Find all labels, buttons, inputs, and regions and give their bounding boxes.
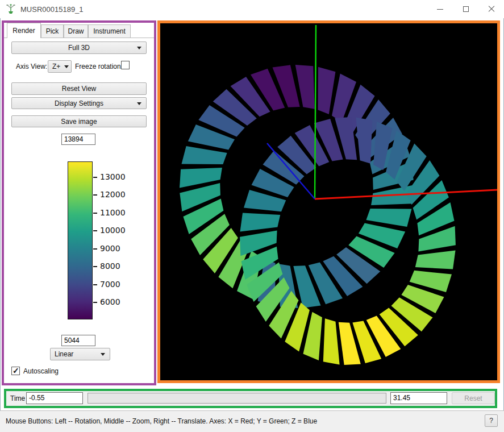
chevron-down-icon xyxy=(137,102,141,105)
display-settings-label: Display Settings xyxy=(55,99,103,107)
projection-select[interactable]: Full 3D xyxy=(11,41,147,54)
colorbar-tick-label: 9000 xyxy=(100,244,120,253)
colorbar-tick-label: 13000 xyxy=(100,172,126,181)
chevron-down-icon xyxy=(101,353,105,356)
window-title: MUSR00015189_1 xyxy=(20,5,84,14)
colorbar-tick-mark xyxy=(93,284,97,285)
autoscaling-checkbox[interactable] xyxy=(11,367,20,375)
colorbar-gradient[interactable] xyxy=(68,161,93,319)
scale-min-input[interactable]: 5044 xyxy=(61,335,95,346)
colorbar-tick-label: 7000 xyxy=(100,280,120,289)
scale-type-select[interactable]: Linear xyxy=(50,348,110,360)
close-button[interactable] xyxy=(478,0,504,18)
colorbar-tick-label: 6000 xyxy=(100,297,120,306)
save-image-label: Save image xyxy=(61,118,97,126)
reset-view-label: Reset View xyxy=(62,85,96,93)
time-max-input[interactable]: 31.45 xyxy=(390,392,447,404)
tab-render-label: Render xyxy=(13,27,35,35)
back-detector-ring-segment[interactable] xyxy=(366,209,411,227)
close-icon xyxy=(488,6,495,13)
front-detector-ring-segment[interactable] xyxy=(323,318,340,364)
axis-view-select[interactable]: Z+ xyxy=(48,60,72,73)
freeze-rotation-checkbox[interactable] xyxy=(121,61,130,69)
projection-value: Full 3D xyxy=(68,44,90,52)
tab-instrument-label: Instrument xyxy=(93,27,126,35)
tab-pick[interactable]: Pick xyxy=(41,24,64,38)
status-text: Mouse Buttons: Left -- Rotation, Middle … xyxy=(6,417,317,425)
back-detector-ring-segment[interactable] xyxy=(182,146,227,164)
colorbar-tick-mark xyxy=(93,213,97,214)
help-icon: ? xyxy=(489,417,493,425)
chevron-down-icon xyxy=(64,65,69,68)
colorbar-tick-label: 8000 xyxy=(100,261,120,271)
colorbar-tick-label: 10000 xyxy=(100,226,126,235)
time-bar: Time -0.55 31.45 Reset xyxy=(4,389,497,408)
maximize-button[interactable] xyxy=(453,0,478,18)
minimize-button[interactable] xyxy=(427,0,453,18)
scale-type-value: Linear xyxy=(55,350,73,358)
colorbar-tick-mark xyxy=(93,248,97,250)
tab-draw-label: Draw xyxy=(68,27,84,35)
display-settings-button[interactable]: Display Settings xyxy=(11,97,147,109)
tab-draw[interactable]: Draw xyxy=(64,24,88,38)
title-bar: MUSR00015189_1 xyxy=(0,0,504,18)
time-slider[interactable] xyxy=(88,393,386,404)
time-min-input[interactable]: -0.55 xyxy=(26,392,83,404)
help-button[interactable]: ? xyxy=(485,414,498,427)
time-reset-label: Reset xyxy=(464,394,482,402)
colorbar-tick-mark xyxy=(93,177,97,178)
colorbar-tick-mark xyxy=(93,230,97,231)
autoscaling-label: Autoscaling xyxy=(23,367,59,375)
back-detector-ring-segment[interactable] xyxy=(318,67,335,114)
tab-instrument[interactable]: Instrument xyxy=(88,24,131,38)
colorbar-tick-label: 12000 xyxy=(100,190,126,199)
front-detector-ring-segment[interactable] xyxy=(415,251,456,269)
maximize-icon xyxy=(463,6,469,12)
scale-max-input[interactable]: 13894 xyxy=(61,134,95,145)
chevron-down-icon xyxy=(137,47,141,49)
reset-view-button[interactable]: Reset View xyxy=(11,82,147,95)
axis-view-label: Axis View: xyxy=(16,63,47,70)
axis-view-value: Z+ xyxy=(52,63,60,70)
colorbar-tick-mark xyxy=(93,302,97,303)
minimize-icon xyxy=(437,9,443,10)
colorbar-tick-mark xyxy=(93,266,97,267)
mantid-app-icon xyxy=(6,4,16,14)
y-axis-green xyxy=(315,25,316,199)
tab-pick-label: Pick xyxy=(46,27,59,35)
colorbar-tick-label: 11000 xyxy=(100,208,126,217)
save-image-button[interactable]: Save image xyxy=(11,115,147,127)
render-3d-view[interactable] xyxy=(157,20,500,383)
instrument-view-window: { "window": { "title": "MUSR00015189_1" … xyxy=(0,0,504,432)
colorbar-ticks: 130001200011000100009000800070006000 xyxy=(93,161,150,319)
instrument-3d-scene[interactable] xyxy=(160,23,497,380)
front-detector-ring-segment[interactable] xyxy=(240,213,281,231)
freeze-rotation-label: Freeze rotation xyxy=(75,63,121,70)
control-panel: Render Pick Draw Instrument Full 3D Axis… xyxy=(2,20,156,385)
status-bar: Mouse Buttons: Left -- Rotation, Middle … xyxy=(0,410,504,432)
time-reset-button[interactable]: Reset xyxy=(452,392,495,404)
colorbar-tick-mark xyxy=(93,194,97,196)
tab-render[interactable]: Render xyxy=(7,23,41,38)
time-label: Time xyxy=(10,394,25,402)
front-detector-ring-segment[interactable] xyxy=(356,118,372,164)
